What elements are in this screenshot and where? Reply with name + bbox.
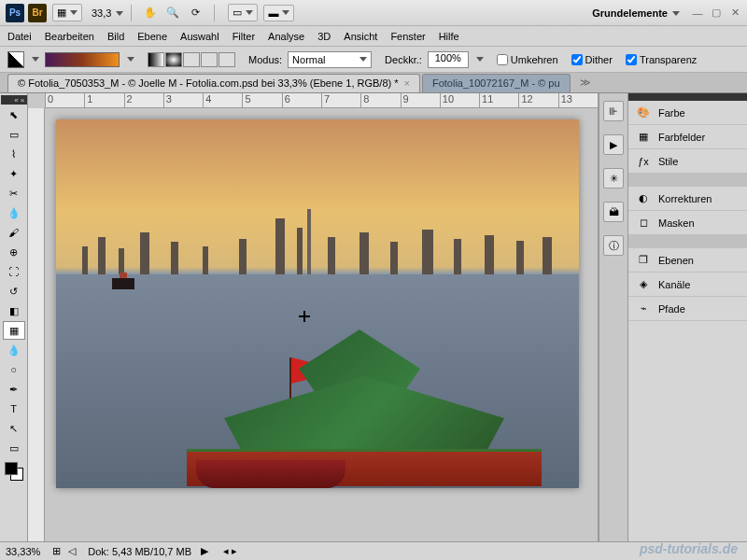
rotate-view-icon[interactable]: ⟳: [186, 5, 204, 21]
photoshop-logo-icon[interactable]: Ps: [6, 4, 24, 22]
menu-filter[interactable]: Filter: [233, 31, 255, 42]
crosshair-cursor-icon: [299, 311, 310, 322]
adjustments-icon: ◐: [636, 191, 651, 206]
palette-icon: 🎨: [636, 105, 651, 120]
panel-korrekturen[interactable]: ◐Korrekturen: [628, 187, 747, 211]
menu-datei[interactable]: Datei: [7, 31, 32, 42]
angle-gradient-button[interactable]: [183, 52, 200, 67]
view-options-button[interactable]: ▦: [52, 4, 82, 21]
healing-tool-icon[interactable]: ⊕: [3, 243, 25, 261]
panel-ebenen[interactable]: ❐Ebenen: [628, 248, 747, 273]
image-icon[interactable]: 🏔: [603, 202, 624, 222]
navigator-icon[interactable]: ▶: [603, 134, 624, 155]
panel-kanaele[interactable]: ◈Kanäle: [628, 273, 747, 297]
toolbox: « × ⬉ ▭ ⌇ ✦ ✂ 💧 🖌 ⊕ ⛶ ↺ ◧ ▦ 💧 ○ ✒ T ↖ ▭: [0, 93, 28, 541]
wand-tool-icon[interactable]: ✦: [3, 164, 25, 183]
menu-ansicht[interactable]: Ansicht: [344, 31, 377, 42]
menu-bar: Datei Bearbeiten Bild Ebene Auswahl Filt…: [0, 26, 747, 47]
workspace-switcher[interactable]: Grundelemente: [586, 6, 685, 21]
dither-checkbox[interactable]: Dither: [571, 54, 613, 65]
zoom-tool-icon[interactable]: 🔍: [163, 5, 182, 21]
panel-pfade[interactable]: ⌁Pfade: [628, 297, 747, 321]
gradient-tool-icon[interactable]: [7, 51, 24, 68]
maximize-button[interactable]: ▢: [710, 7, 723, 20]
menu-auswahl[interactable]: Auswahl: [180, 31, 219, 42]
panel-farbfelder[interactable]: ▦Farbfelder: [628, 125, 747, 149]
info-icon[interactable]: ⓘ: [603, 235, 624, 256]
tab-close-icon[interactable]: ×: [404, 77, 410, 89]
reflected-gradient-button[interactable]: [201, 52, 218, 67]
diamond-gradient-button[interactable]: [218, 52, 235, 67]
opacity-label: Deckkr.:: [385, 54, 422, 65]
crop-tool-icon[interactable]: ✂: [3, 184, 25, 203]
panel-stile[interactable]: ƒxStile: [628, 149, 747, 174]
blur-tool-icon[interactable]: 💧: [3, 341, 25, 359]
masks-icon: ◻: [636, 216, 651, 231]
menu-bearbeiten[interactable]: Bearbeiten: [45, 31, 94, 42]
document-tabs: © Fotolia_7050353_M - © Joelle M - Fotol…: [0, 73, 747, 93]
screen-mode-button[interactable]: ▬: [263, 5, 294, 21]
pen-tool-icon[interactable]: ✒: [3, 380, 25, 399]
radial-gradient-button[interactable]: [165, 52, 182, 67]
status-zoom[interactable]: 33,33%: [6, 546, 40, 557]
pagoda-boat: [187, 311, 542, 479]
options-bar: Modus: Normal Deckkr.: 100% Umkehren Dit…: [0, 47, 747, 73]
eraser-tool-icon[interactable]: ◧: [3, 301, 25, 320]
history-brush-tool-icon[interactable]: ↺: [3, 282, 25, 301]
menu-bild[interactable]: Bild: [107, 31, 124, 42]
blend-mode-select[interactable]: Normal: [288, 51, 372, 68]
menu-hilfe[interactable]: Hilfe: [439, 31, 459, 42]
panel-header[interactable]: [628, 93, 747, 101]
menu-ebene[interactable]: Ebene: [137, 31, 167, 42]
move-tool-icon[interactable]: ⬉: [3, 105, 25, 124]
hand-tool-icon[interactable]: ✋: [141, 5, 160, 21]
document-tab-active[interactable]: © Fotolia_7050353_M - © Joelle M - Fotol…: [7, 74, 420, 92]
status-doc-size[interactable]: Dok: 5,43 MB/10,7 MB: [88, 546, 191, 557]
brush-tool-icon[interactable]: 🖌: [3, 223, 25, 242]
arrange-documents-button[interactable]: ▭: [228, 4, 258, 21]
toolbox-grip[interactable]: « ×: [1, 95, 27, 105]
stamp-tool-icon[interactable]: ⛶: [3, 262, 25, 281]
layers-icon: ❐: [636, 253, 651, 268]
linear-gradient-button[interactable]: [148, 52, 164, 67]
tab-scroll-icon[interactable]: ≫: [576, 77, 595, 89]
channels-icon: ◈: [636, 277, 651, 292]
zoom-level-display[interactable]: 33,3: [92, 7, 123, 19]
opacity-input[interactable]: 100%: [428, 51, 469, 68]
styles-icon: ƒx: [636, 154, 651, 169]
document-tab-inactive[interactable]: Fotolia_10072167_M - © pu: [422, 74, 571, 92]
mode-label: Modus:: [248, 54, 282, 65]
lasso-tool-icon[interactable]: ⌇: [3, 145, 25, 163]
marquee-tool-icon[interactable]: ▭: [3, 125, 25, 144]
shape-tool-icon[interactable]: ▭: [3, 439, 25, 457]
collapsed-panel-icons: ⊪ ▶ ✳ 🏔 ⓘ: [599, 93, 628, 541]
path-tool-icon[interactable]: ↖: [3, 419, 25, 438]
minimize-button[interactable]: —: [691, 7, 704, 20]
dodge-tool-icon[interactable]: ○: [3, 360, 25, 379]
document-canvas[interactable]: [56, 119, 579, 488]
menu-fenster[interactable]: Fenster: [390, 31, 425, 42]
gradient-picker[interactable]: [45, 52, 120, 67]
panel-farbe[interactable]: 🎨Farbe: [628, 101, 747, 125]
transparency-checkbox[interactable]: Transparenz: [626, 54, 697, 65]
boat-silhouette: [112, 278, 134, 289]
reverse-checkbox[interactable]: Umkehren: [497, 54, 558, 65]
horizontal-ruler[interactable]: 012345678910111213: [45, 93, 598, 108]
bridge-logo-icon[interactable]: Br: [28, 4, 47, 22]
watermark-text: psd-tutorials.de: [640, 541, 738, 556]
eyedropper-tool-icon[interactable]: 💧: [3, 203, 25, 222]
menu-analyse[interactable]: Analyse: [268, 31, 304, 42]
panel-dock: ⊪ ▶ ✳ 🏔 ⓘ 🎨Farbe ▦Farbfelder ƒxStile ◐Ko…: [598, 93, 747, 541]
histogram-icon[interactable]: ⊪: [603, 101, 624, 121]
menu-3d[interactable]: 3D: [317, 31, 331, 42]
close-button[interactable]: ✕: [728, 7, 741, 20]
gradient-tool-icon[interactable]: ▦: [3, 321, 25, 340]
type-tool-icon[interactable]: T: [3, 399, 25, 418]
app-titlebar: Ps Br ▦ 33,3 ✋ 🔍 ⟳ ▭ ▬ Grundelemente — ▢…: [0, 0, 747, 26]
status-nav[interactable]: ⊞◁: [49, 545, 78, 557]
foreground-background-colors[interactable]: [3, 460, 25, 483]
ship-wheel-icon[interactable]: ✳: [603, 168, 624, 189]
panel-masken[interactable]: ◻Masken: [628, 211, 747, 235]
status-bar: 33,33% ⊞◁ Dok: 5,43 MB/10,7 MB ▶ ◂ ▸: [0, 541, 747, 560]
vertical-ruler[interactable]: [28, 108, 45, 541]
